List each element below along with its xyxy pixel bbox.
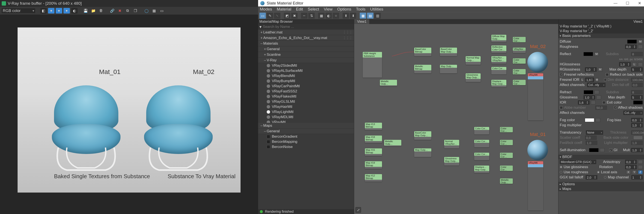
graph-node[interactable]: Displace… Map Outp… (491, 80, 506, 87)
cat-vray[interactable]: –V-Ray (258, 58, 354, 63)
map-item[interactable]: BerconGradient (258, 134, 354, 139)
copy-icon[interactable]: ⧉ (124, 8, 131, 14)
render-viewport[interactable]: Mat_01 Mat_02 Baked Single Textures from… (0, 14, 258, 214)
minimize-button[interactable]: — (612, 1, 619, 6)
localaxis-radio[interactable] (597, 171, 600, 174)
graph-node[interactable]: Color Cor… (491, 67, 506, 74)
graph-node[interactable]: VRayNor… (513, 48, 526, 53)
cat-maps[interactable]: –Maps (258, 123, 354, 128)
tool-bg-icon[interactable]: ◐ (326, 13, 332, 19)
load-icon[interactable]: 📁 (90, 8, 96, 14)
params-top-tab[interactable]: View1 (558, 19, 644, 24)
tool-eyedrop-icon[interactable]: ⟍ (274, 13, 280, 19)
vfb-titlebar[interactable]: V-Ray frame buffer - [200% of 640 x 480] (0, 0, 258, 7)
cat-maps-general[interactable]: –General (258, 128, 354, 134)
cat-scanline[interactable]: +Scanline (258, 52, 354, 58)
mat-item[interactable]: VRayLightMtl (258, 109, 354, 114)
graph-node[interactable]: Color Cor… (474, 153, 489, 160)
menu-view[interactable]: View (324, 7, 332, 12)
fogcolor-map-button[interactable] (596, 118, 600, 122)
fogbias-spin[interactable]: 0,0▲▼ (631, 118, 643, 122)
selfillum-swatch[interactable] (589, 148, 598, 152)
channel-b-icon[interactable]: ● (64, 8, 70, 14)
tool-browser-icon[interactable]: ▥ (374, 13, 381, 19)
gi-check[interactable] (609, 148, 612, 152)
selfillum-map-button[interactable] (600, 148, 604, 152)
menu-material[interactable]: Material (277, 7, 291, 12)
tool-delete-icon[interactable]: ✖ (291, 13, 298, 19)
diffuse-map-button[interactable]: M (638, 40, 643, 44)
graph-node[interactable]: Map #12 Bitmap (365, 174, 382, 182)
map-item[interactable]: BerconNoise (258, 144, 354, 150)
menu-select[interactable]: Select (308, 7, 319, 12)
tool-select-icon[interactable]: ▭ (260, 13, 266, 19)
graph-node[interactable]: Color Cor… (513, 69, 526, 74)
graph-node[interactable]: Color Cor… (513, 37, 526, 42)
menu-edit[interactable]: Edit (296, 7, 303, 12)
color-correct-icon[interactable]: ▦ (151, 8, 157, 14)
graph-node[interactable]: Color Cor… (500, 127, 513, 132)
fresnelior-lock[interactable]: L (581, 78, 584, 82)
brdf-dropdown[interactable]: Microfacet GTR (GGX) (560, 160, 596, 164)
gloss-spin[interactable]: 1,0▲▼ (584, 95, 595, 100)
graph-node[interactable]: PBR Height Substance (363, 52, 382, 78)
graph-node[interactable]: Color Cor… (500, 153, 513, 158)
graph-node-material[interactable]: VRayMtl (528, 73, 543, 120)
rollup-options[interactable]: Options (558, 182, 644, 186)
tool-move-icon[interactable]: ↔ (301, 13, 308, 19)
rgloss-map-button[interactable]: M (598, 68, 602, 72)
graph-node[interactable]: Metallic Outp… (384, 140, 401, 146)
mat-item[interactable]: VRayALSurfaceMtl (258, 68, 354, 73)
affect2-dropdown[interactable]: Col...nly (624, 111, 643, 115)
graph-node[interactable]: Map #13 Bitmap (365, 123, 382, 130)
graph-node[interactable]: Map #19 Bitmap (365, 161, 382, 169)
expand-icon[interactable]: ▾ (260, 24, 262, 30)
graph-node[interactable]: Map #15 Bitmap (365, 148, 382, 156)
mat-item[interactable]: VRayMDLMtl (258, 114, 354, 120)
graph-node[interactable]: Map Outp… (440, 65, 457, 73)
mapchan-spin[interactable]: 1▲▼ (631, 175, 643, 180)
usegloss-radio[interactable] (560, 166, 562, 168)
navigator-icon[interactable]: ⤢ (356, 207, 361, 213)
exitcolor-swatch[interactable] (633, 100, 643, 104)
menu-utilities[interactable]: Utilities (370, 7, 383, 12)
graph-node[interactable]: Reflection Color Cor… (491, 46, 506, 53)
mat-item[interactable]: VRay2SidedMtl (258, 63, 354, 68)
dimdist-check[interactable] (604, 78, 606, 81)
tool-parent-icon[interactable]: ⬆ (342, 13, 349, 19)
fogcolor-swatch[interactable] (585, 118, 594, 122)
graph-node[interactable]: Glossiness Map Outp… (466, 73, 481, 82)
slate-titlebar[interactable]: Slate Material Editor — ☐ ✕ (258, 0, 644, 6)
tool-layout-icon[interactable]: ⇅ (308, 13, 315, 19)
link-icon[interactable]: 🔗 (109, 8, 115, 14)
preview-sphere-mat02[interactable] (528, 52, 548, 72)
graph-node[interactable]: Color Cor… (474, 140, 489, 147)
mat-item[interactable]: VRayBlendMtl (258, 73, 354, 78)
channel-g-icon[interactable]: ● (56, 8, 62, 14)
axis-z-button[interactable]: Z (638, 170, 643, 174)
mat-item[interactable]: VRayGLSLMtl (258, 99, 354, 104)
duplicate-icon[interactable]: ❐ (132, 8, 138, 14)
refl-maxdepth-spin[interactable]: 5▲▼ (631, 67, 643, 72)
hgloss-spin[interactable]: 1,0▲▼ (619, 62, 631, 66)
mapchan-radio[interactable] (604, 176, 606, 178)
graph-node-material[interactable]: VRayMtl (528, 161, 543, 210)
clear-icon[interactable]: 🗑 (98, 8, 104, 14)
tab-view1[interactable]: View1 (354, 19, 370, 24)
graph-node[interactable]: Metallic Bitmap (414, 65, 431, 73)
tool-assign-icon[interactable]: ◩ (284, 13, 290, 19)
mult-spin[interactable]: 1,0▲▼ (631, 148, 643, 152)
preview-sphere-mat01[interactable] (528, 140, 548, 160)
fresnelior-spin[interactable]: 1,6▲▼ (585, 78, 594, 82)
cat-general[interactable]: +General (258, 46, 354, 52)
roughness-map-button[interactable] (638, 45, 643, 49)
graph-node[interactable]: Metallic Outp… (500, 178, 513, 184)
tool-grid-icon[interactable]: ▦ (360, 13, 366, 19)
rotation-spin[interactable]: 0,0▲▼ (625, 165, 637, 169)
refract-map-button[interactable] (594, 90, 599, 94)
axis-x-button[interactable]: X (626, 170, 631, 174)
mat-item[interactable]: VRayFlakesMtl (258, 94, 354, 99)
rollup-maps[interactable]: Maps (558, 186, 644, 191)
ior-spin[interactable]: 1,6▲▼ (578, 100, 590, 105)
fogmult-spin[interactable]: 1,0▲▼ (631, 123, 643, 127)
